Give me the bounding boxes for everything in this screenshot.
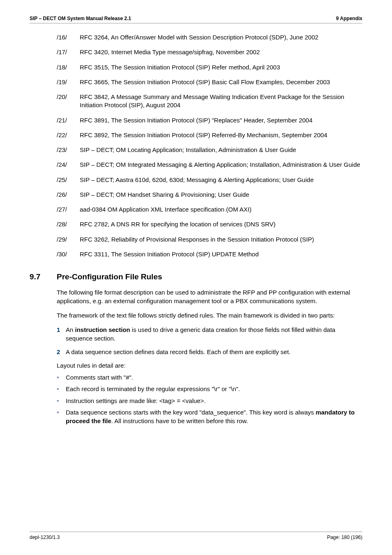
reference-item: /26/SIP – DECT; OM Handset Sharing & Pro…	[57, 191, 362, 199]
footer-right: Page: 180 (196)	[327, 534, 362, 540]
reference-text: RFC 3420, Internet Media Type message/si…	[80, 48, 362, 56]
reference-item: /21/RFC 3891, The Session Initiation Pro…	[57, 116, 362, 124]
numbered-text: A data sequence section defines data rec…	[66, 348, 362, 356]
numbered-item: 2A data sequence section defines data re…	[57, 348, 362, 356]
section-heading: 9.7 Pre-Configuration File Rules	[30, 272, 362, 281]
header-left: SIP – DECT OM System Manual Release 2.1	[30, 16, 131, 21]
reference-text: RFC 3311, The Session Initiation Protoco…	[80, 250, 362, 258]
reference-number: /28/	[57, 220, 80, 228]
reference-text: RFC 3842, A Message Summary and Message …	[80, 93, 362, 110]
reference-text: RFC 3891, The Session Initiation Protoco…	[80, 116, 362, 124]
bullet-icon: •	[57, 385, 66, 394]
reference-number: /19/	[57, 78, 80, 86]
reference-text: aad-0384 OM Application XML Interface sp…	[80, 205, 362, 214]
reference-item: /27/aad-0384 OM Application XML Interfac…	[57, 205, 362, 214]
reference-text: RFC 3515, The Session Initiation Protoco…	[80, 63, 362, 71]
reference-item: /16/RFC 3264, An Offer/Answer Model with…	[57, 33, 362, 41]
reference-text: RFC 2782, A DNS RR for specifying the lo…	[80, 220, 362, 228]
paragraph: Layout rules in detail are:	[57, 361, 362, 370]
reference-number: /21/	[57, 116, 80, 124]
reference-number: /29/	[57, 235, 80, 244]
bullet-icon: •	[57, 408, 66, 425]
reference-item: /18/RFC 3515, The Session Initiation Pro…	[57, 63, 362, 71]
bullet-item: •Each record is terminated by the regula…	[57, 385, 362, 394]
numbered-marker: 1	[57, 325, 66, 343]
references-list: /16/RFC 3264, An Offer/Answer Model with…	[57, 33, 362, 258]
page-footer: depl-1230/1.3 Page: 180 (196)	[30, 532, 362, 540]
bullet-item: •Instruction settings are made like: <ta…	[57, 396, 362, 405]
reference-number: /16/	[57, 33, 80, 41]
reference-item: /28/RFC 2782, A DNS RR for specifying th…	[57, 220, 362, 228]
reference-item: /17/RFC 3420, Internet Media Type messag…	[57, 48, 362, 56]
page-header: SIP – DECT OM System Manual Release 2.1 …	[30, 16, 362, 23]
reference-number: /17/	[57, 48, 80, 56]
bullet-text: Data sequence sections starts with the k…	[66, 408, 362, 425]
footer-left: depl-1230/1.3	[30, 534, 60, 540]
numbered-item: 1An instruction section is used to drive…	[57, 325, 362, 343]
bullet-item: •Data sequence sections starts with the …	[57, 408, 362, 425]
section-number: 9.7	[30, 272, 57, 281]
reference-item: /24/SIP – DECT; OM Integrated Messaging …	[57, 161, 362, 169]
reference-number: /27/	[57, 205, 80, 214]
reference-number: /22/	[57, 131, 80, 139]
reference-text: SIP – DECT; Aastra 610d, 620d, 630d; Mes…	[80, 176, 362, 184]
reference-number: /18/	[57, 63, 80, 71]
reference-text: RFC 3892, The Session Initiation Protoco…	[80, 131, 362, 139]
numbered-list: 1An instruction section is used to drive…	[57, 325, 362, 356]
bullet-icon: •	[57, 373, 66, 382]
reference-number: /26/	[57, 191, 80, 199]
reference-text: SIP – DECT; OM Locating Application; Ins…	[80, 146, 362, 154]
bullet-text: Instruction settings are made like: <tag…	[66, 396, 362, 405]
bullet-text: Each record is terminated by the regular…	[66, 385, 362, 394]
reference-text: SIP – DECT; OM Handset Sharing & Provisi…	[80, 191, 362, 199]
reference-number: /30/	[57, 250, 80, 258]
reference-text: SIP – DECT; OM Integrated Messaging & Al…	[80, 161, 362, 169]
reference-text: RFC 3264, An Offer/Answer Model with Ses…	[80, 33, 362, 41]
bullet-list: •Comments start with "#".•Each record is…	[57, 373, 362, 425]
reference-item: /29/RFC 3262, Reliability of Provisional…	[57, 235, 362, 244]
reference-item: /30/RFC 3311, The Session Initiation Pro…	[57, 250, 362, 258]
reference-item: /25/SIP – DECT; Aastra 610d, 620d, 630d;…	[57, 176, 362, 184]
numbered-marker: 2	[57, 348, 66, 356]
bullet-text: Comments start with "#".	[66, 373, 362, 382]
header-right: 9 Appendix	[336, 16, 362, 21]
reference-item: /19/RFC 3665, The Session Initiation Pro…	[57, 78, 362, 86]
reference-item: /23/SIP – DECT; OM Locating Application;…	[57, 146, 362, 154]
reference-text: RFC 3262, Reliability of Provisional Res…	[80, 235, 362, 244]
reference-number: /24/	[57, 161, 80, 169]
bullet-icon: •	[57, 396, 66, 405]
reference-text: RFC 3665, The Session Initiation Protoco…	[80, 78, 362, 86]
paragraph: The following file format description ca…	[57, 288, 362, 305]
section-title: Pre-Configuration File Rules	[57, 272, 162, 281]
reference-item: /20/RFC 3842, A Message Summary and Mess…	[57, 93, 362, 110]
numbered-text: An instruction section is used to drive …	[66, 325, 362, 343]
bullet-item: •Comments start with "#".	[57, 373, 362, 382]
reference-number: /20/	[57, 93, 80, 110]
paragraph: The framework of the text file follows s…	[57, 311, 362, 320]
reference-item: /22/RFC 3892, The Session Initiation Pro…	[57, 131, 362, 139]
reference-number: /25/	[57, 176, 80, 184]
reference-number: /23/	[57, 146, 80, 154]
